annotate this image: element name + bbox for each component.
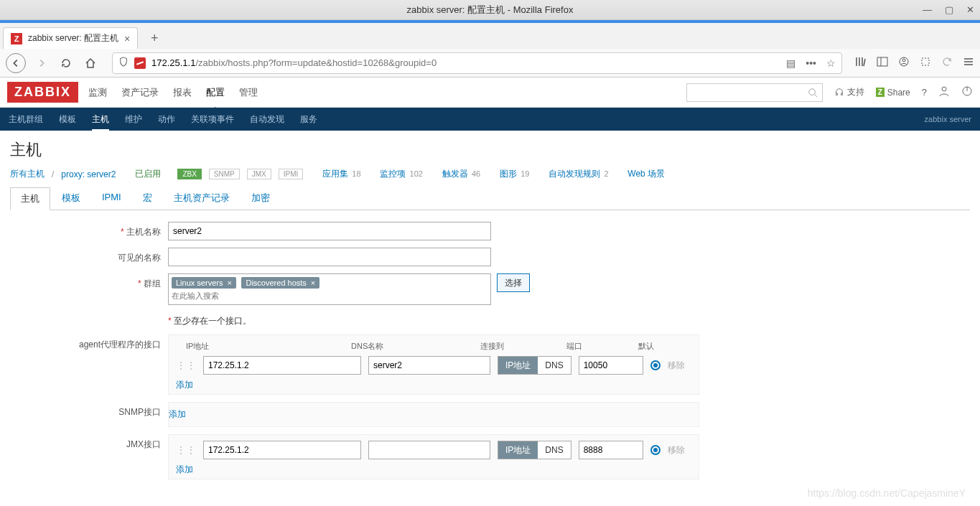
label-jmx-if: JMX接口 — [10, 434, 168, 451]
link-web[interactable]: Web 场景 — [627, 168, 665, 180]
back-button[interactable] — [6, 53, 26, 73]
submenu-hostgroups[interactable]: 主机群组 — [9, 108, 43, 131]
header-search[interactable] — [686, 83, 823, 102]
input-agent-port[interactable] — [579, 356, 643, 375]
tab-ipmi[interactable]: IPMI — [92, 187, 131, 210]
link-remove-agent: 移除 — [668, 360, 685, 372]
tab-templates[interactable]: 模板 — [52, 187, 90, 210]
link-add-agent[interactable]: 添加 — [176, 380, 193, 390]
input-jmx-ip[interactable] — [203, 441, 361, 459]
link-items[interactable]: 监控项 102 — [380, 168, 423, 180]
library-icon[interactable] — [855, 56, 867, 70]
drag-handle-icon[interactable]: ⋮⋮ — [176, 444, 196, 456]
group-tag-linux[interactable]: Linux servers× — [172, 277, 236, 289]
arrow-left-icon — [11, 58, 21, 68]
menu-reports[interactable]: 报表 — [173, 79, 192, 106]
link-add-jmx[interactable]: 添加 — [176, 464, 193, 474]
help-link[interactable]: ? — [922, 87, 927, 98]
input-jmx-dns[interactable] — [368, 441, 490, 459]
toggle-agent-connect[interactable]: IP地址 DNS — [498, 356, 571, 375]
server-label: zabbix server — [925, 115, 971, 123]
submenu-discovery[interactable]: 自动发现 — [250, 108, 284, 131]
zabbix-logo[interactable]: ZABBIX — [7, 82, 78, 103]
group-tag-discovered[interactable]: Discovered hosts× — [241, 277, 319, 289]
input-hostname[interactable] — [168, 222, 491, 240]
tab-inventory[interactable]: 主机资产记录 — [164, 187, 240, 210]
toggle-ip[interactable]: IP地址 — [498, 441, 538, 459]
menu-inventory[interactable]: 资产记录 — [121, 79, 159, 106]
tab-title: zabbix server: 配置主机 — [28, 32, 118, 44]
home-button[interactable] — [82, 55, 99, 72]
link-add-snmp[interactable]: 添加 — [169, 409, 186, 419]
user-icon[interactable] — [938, 85, 950, 99]
breadcrumb-all-hosts[interactable]: 所有主机 — [10, 168, 45, 180]
url-bar[interactable]: 172.25.1.1/zabbix/hosts.php?form=update&… — [112, 52, 842, 74]
forward-button[interactable] — [33, 55, 50, 72]
breadcrumb-proxy[interactable]: proxy: server2 — [61, 169, 116, 179]
svg-point-7 — [942, 87, 946, 91]
bookmark-star-icon[interactable]: ☆ — [826, 57, 836, 69]
headset-icon — [834, 88, 844, 98]
undo-icon[interactable] — [941, 56, 953, 70]
radio-agent-default[interactable] — [650, 360, 661, 370]
tab-encryption[interactable]: 加密 — [241, 187, 280, 210]
maximize-button[interactable]: ▢ — [945, 4, 953, 15]
radio-jmx-default[interactable] — [650, 445, 661, 455]
submenu-hosts[interactable]: 主机 — [92, 108, 109, 131]
support-link[interactable]: 支持 — [834, 86, 864, 98]
account-icon[interactable] — [898, 56, 910, 70]
tab-host[interactable]: 主机 — [10, 187, 50, 210]
link-remove-jmx: 移除 — [668, 444, 685, 456]
input-jmx-port[interactable] — [579, 441, 643, 459]
input-visible-name[interactable] — [168, 248, 491, 266]
browser-tab[interactable]: Z zabbix server: 配置主机 × — [3, 27, 138, 49]
link-discovery[interactable]: 自动发现规则 2 — [549, 168, 608, 180]
share-link[interactable]: Z Share — [876, 88, 910, 98]
agent-interface-box: IP地址 DNS名称 连接到 端口 默认 ⋮⋮ IP地址 DNS — [168, 334, 699, 395]
page-actions-icon[interactable]: ••• — [806, 57, 816, 69]
iface-header: IP地址 DNS名称 连接到 端口 默认 — [176, 341, 691, 352]
submenu-services[interactable]: 服务 — [300, 108, 317, 131]
remove-tag-icon[interactable]: × — [311, 278, 315, 287]
menu-configuration[interactable]: 配置 — [206, 79, 225, 106]
link-applications[interactable]: 应用集 18 — [322, 168, 361, 180]
label-hostname: 主机名称 — [10, 222, 168, 238]
arrow-right-icon — [37, 58, 47, 68]
multiselect-groups[interactable]: Linux servers× Discovered hosts× — [168, 273, 491, 305]
toggle-dns[interactable]: DNS — [538, 441, 570, 459]
submenu-correlation[interactable]: 关联项事件 — [191, 108, 234, 131]
link-triggers[interactable]: 触发器 46 — [442, 168, 481, 180]
reload-button[interactable] — [57, 55, 75, 72]
remove-tag-icon[interactable]: × — [227, 278, 231, 287]
link-graphs[interactable]: 图形 19 — [500, 168, 530, 180]
toggle-dns[interactable]: DNS — [538, 357, 570, 374]
menu-administration[interactable]: 管理 — [239, 79, 258, 106]
minimize-button[interactable]: — — [923, 4, 932, 15]
submenu-templates[interactable]: 模板 — [59, 108, 76, 131]
new-tab-button[interactable]: + — [144, 27, 165, 49]
input-group-search[interactable] — [172, 291, 487, 300]
drag-handle-icon[interactable]: ⋮⋮ — [176, 360, 196, 371]
submenu-actions[interactable]: 动作 — [158, 108, 175, 131]
browser-tab-strip: Z zabbix server: 配置主机 × + — [0, 20, 980, 49]
badge-zbx: ZBX — [177, 169, 201, 179]
url-text: 172.25.1.1/zabbix/hosts.php?form=update&… — [151, 57, 780, 68]
toggle-jmx-connect[interactable]: IP地址 DNS — [498, 441, 571, 459]
protection-icon[interactable] — [920, 56, 931, 70]
share-badge-icon: Z — [876, 88, 885, 97]
tab-close-icon[interactable]: × — [124, 33, 130, 44]
close-button[interactable]: ✕ — [966, 4, 974, 15]
toggle-ip[interactable]: IP地址 — [498, 357, 538, 374]
snmp-interface-box: 添加 — [168, 402, 699, 427]
power-icon[interactable] — [961, 85, 973, 99]
button-select-groups[interactable]: 选择 — [497, 273, 530, 292]
sidebar-icon[interactable] — [877, 56, 888, 70]
input-agent-dns[interactable] — [368, 356, 490, 375]
hamburger-menu-icon[interactable] — [963, 56, 974, 70]
tab-macros[interactable]: 宏 — [133, 187, 162, 210]
svg-line-6 — [814, 94, 817, 97]
input-agent-ip[interactable] — [203, 356, 361, 375]
reader-icon[interactable]: ▤ — [786, 57, 795, 69]
menu-monitoring[interactable]: 监测 — [88, 79, 107, 106]
submenu-maintenance[interactable]: 维护 — [125, 108, 142, 131]
